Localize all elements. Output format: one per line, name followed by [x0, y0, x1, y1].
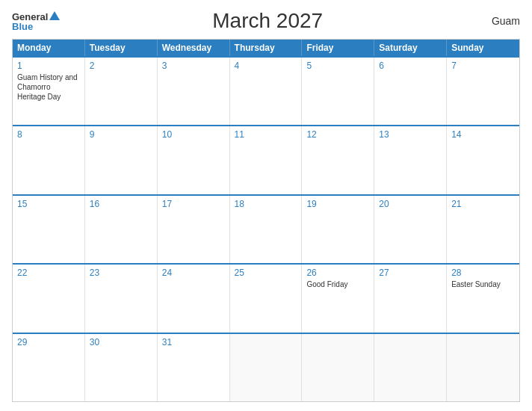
day-num: 15 [17, 199, 80, 209]
logo-wrapper: General Blue [12, 11, 60, 31]
cell-25: 25 [230, 265, 303, 332]
day-num: 6 [379, 61, 442, 71]
day-num: 5 [306, 61, 369, 71]
day-num: 28 [451, 268, 515, 278]
week-2: 8 9 10 11 12 13 14 [13, 125, 519, 194]
cell-empty-4 [447, 334, 519, 401]
cell-26: 26 Good Friday [302, 265, 374, 332]
week-5: 29 30 31 [13, 333, 519, 401]
cell-24: 24 [158, 265, 230, 332]
cell-27: 27 [374, 265, 447, 332]
cell-5: 5 [302, 58, 374, 125]
day-num: 19 [306, 199, 369, 209]
cell-9: 9 [85, 126, 158, 194]
week-4: 22 23 24 25 26 Good Friday 27 [13, 263, 519, 332]
cell-31: 31 [158, 334, 230, 401]
header-friday: Friday [302, 40, 374, 56]
cell-18: 18 [230, 196, 303, 263]
day-num: 23 [90, 268, 152, 278]
cell-17: 17 [158, 196, 230, 263]
day-num: 18 [235, 199, 297, 209]
day-num: 21 [451, 199, 515, 209]
cell-16: 16 [85, 196, 158, 263]
day-num: 17 [162, 199, 225, 209]
page: General Blue March 2027 Guam Monday Tues… [0, 0, 532, 411]
day-num: 3 [162, 61, 225, 71]
day-num: 25 [235, 268, 297, 278]
cell-6: 6 [374, 58, 447, 125]
cell-20: 20 [374, 196, 447, 263]
day-num: 10 [162, 129, 225, 140]
cell-3: 3 [158, 58, 230, 125]
day-num: 14 [451, 129, 515, 140]
header-wednesday: Wednesday [158, 40, 230, 56]
logo-blue-text: Blue [12, 22, 33, 31]
day-num: 30 [90, 337, 152, 347]
cell-8: 8 [13, 126, 85, 194]
event-text: Guam History and Chamorro Heritage Day [17, 73, 78, 101]
header-thursday: Thursday [230, 40, 303, 56]
logo-general-text: General [12, 12, 48, 22]
day-num: 31 [162, 337, 225, 347]
cell-15: 15 [13, 196, 85, 263]
calendar-header: Monday Tuesday Wednesday Thursday Friday… [13, 40, 519, 56]
week-1: 1 Guam History and Chamorro Heritage Day… [13, 56, 519, 125]
day-num: 4 [235, 61, 297, 71]
cell-30: 30 [85, 334, 158, 401]
day-num: 9 [90, 129, 152, 140]
cell-empty-2 [302, 334, 374, 401]
cell-1: 1 Guam History and Chamorro Heritage Day [13, 58, 85, 125]
day-num: 12 [306, 129, 369, 140]
cell-7: 7 [447, 58, 519, 125]
day-num: 11 [235, 129, 297, 140]
header-sunday: Sunday [447, 40, 519, 56]
day-num: 27 [379, 268, 442, 278]
day-num: 24 [162, 268, 225, 278]
day-num: 13 [379, 129, 442, 140]
cell-11: 11 [230, 126, 303, 194]
calendar: Monday Tuesday Wednesday Thursday Friday… [12, 39, 520, 402]
cell-14: 14 [447, 126, 519, 194]
day-num: 16 [90, 199, 152, 209]
country-label: Guam [475, 15, 520, 27]
logo: General Blue [12, 11, 60, 31]
day-num: 26 [306, 268, 369, 278]
cell-28: 28 Easter Sunday [447, 265, 519, 332]
cell-19: 19 [302, 196, 374, 263]
day-num: 20 [379, 199, 442, 209]
cell-10: 10 [158, 126, 230, 194]
cell-22: 22 [13, 265, 85, 332]
cell-12: 12 [302, 126, 374, 194]
event-text: Easter Sunday [451, 280, 501, 288]
header-tuesday: Tuesday [85, 40, 158, 56]
cell-21: 21 [447, 196, 519, 263]
cell-empty-1 [230, 334, 303, 401]
day-num: 8 [17, 129, 80, 140]
header-saturday: Saturday [374, 40, 447, 56]
cell-13: 13 [374, 126, 447, 194]
page-title: March 2027 [60, 9, 475, 33]
calendar-body: 1 Guam History and Chamorro Heritage Day… [13, 56, 519, 401]
week-3: 15 16 17 18 19 20 21 [13, 194, 519, 263]
cell-23: 23 [85, 265, 158, 332]
day-num: 7 [451, 61, 515, 71]
day-num: 29 [17, 337, 80, 347]
cell-4: 4 [230, 58, 303, 125]
day-num: 22 [17, 268, 80, 278]
cell-2: 2 [85, 58, 158, 125]
cell-empty-3 [374, 334, 447, 401]
header: General Blue March 2027 Guam [12, 9, 520, 33]
header-monday: Monday [13, 40, 85, 56]
logo-top-row: General [12, 11, 60, 22]
logo-triangle-icon [49, 11, 60, 20]
cell-29: 29 [13, 334, 85, 401]
day-num: 1 [17, 61, 80, 71]
event-text: Good Friday [306, 280, 347, 288]
day-num: 2 [90, 61, 152, 71]
